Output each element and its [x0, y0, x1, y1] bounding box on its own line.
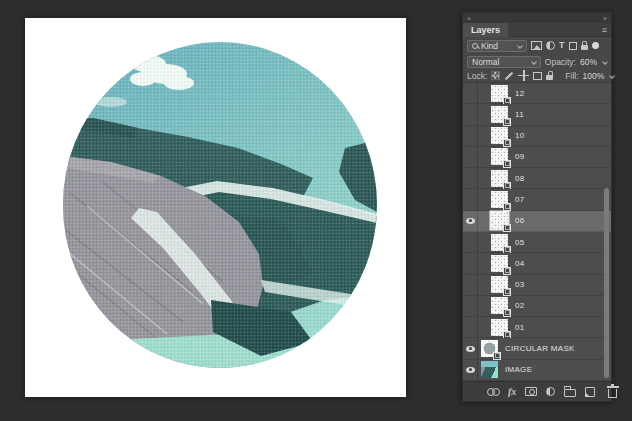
layer-thumbnail[interactable]: [491, 85, 508, 102]
layer-thumbnail[interactable]: [491, 191, 508, 208]
visibility-toggle[interactable]: [463, 83, 478, 103]
layer-thumbnail[interactable]: [491, 297, 508, 314]
scrollbar[interactable]: [603, 83, 610, 381]
layer-thumbnail[interactable]: [491, 212, 508, 229]
layer-name[interactable]: 08: [515, 174, 525, 183]
lock-paint-icon[interactable]: [505, 71, 513, 79]
visibility-toggle[interactable]: [463, 338, 478, 358]
layer-name[interactable]: 01: [515, 323, 525, 332]
layer-name[interactable]: 11: [515, 110, 524, 119]
visibility-toggle[interactable]: [463, 360, 478, 380]
layer-thumbnail[interactable]: [491, 319, 508, 336]
layer-row[interactable]: 08: [463, 168, 611, 189]
layer-name[interactable]: 02: [515, 301, 525, 310]
filter-toggle-icon[interactable]: [592, 42, 599, 49]
layer-row[interactable]: 09: [463, 147, 611, 168]
chevron-down-icon[interactable]: [602, 59, 608, 65]
tab-layers[interactable]: Layers: [463, 23, 508, 37]
new-layer-icon[interactable]: [585, 387, 595, 397]
layer-name[interactable]: 12: [515, 89, 525, 98]
new-adjustment-layer-icon[interactable]: [546, 387, 555, 396]
adjustment-layer-filter-icon[interactable]: [546, 41, 555, 50]
layer-list: 12 11 10 09 08 07 06 05 04 03 02 01 CIRC…: [463, 83, 611, 381]
layer-thumbnail[interactable]: [491, 106, 508, 123]
layer-thumbnail[interactable]: [481, 361, 498, 378]
layer-row[interactable]: 07: [463, 189, 611, 210]
filter-kind-select[interactable]: Kind: [467, 40, 527, 52]
layer-style-fx-icon[interactable]: fx: [508, 387, 516, 397]
layer-thumbnail[interactable]: [481, 340, 498, 357]
layer-name[interactable]: 04: [515, 259, 525, 268]
layer-row[interactable]: 02: [463, 296, 611, 317]
eye-icon: [466, 218, 475, 224]
visibility-toggle[interactable]: [463, 168, 478, 188]
chevron-down-icon: [517, 43, 523, 49]
chevron-down-icon[interactable]: [609, 73, 615, 79]
scrollbar-thumb[interactable]: [604, 188, 609, 378]
visibility-toggle[interactable]: [463, 189, 478, 209]
layer-row[interactable]: CIRCULAR MASK: [463, 338, 611, 359]
visibility-toggle[interactable]: [463, 317, 478, 337]
layer-name[interactable]: 06: [515, 216, 525, 225]
visibility-toggle[interactable]: [463, 253, 478, 273]
blend-mode-select[interactable]: Normal: [467, 56, 541, 68]
lock-transparency-icon[interactable]: [491, 71, 500, 80]
layer-thumbnail[interactable]: [491, 255, 508, 272]
filter-kind-label: Kind: [481, 41, 498, 51]
layer-row[interactable]: 12: [463, 83, 611, 104]
layer-row[interactable]: IMAGE: [463, 360, 611, 381]
delete-layer-icon[interactable]: [608, 389, 617, 398]
opacity-value[interactable]: 60%: [580, 57, 597, 67]
layer-thumbnail[interactable]: [491, 276, 508, 293]
add-layer-mask-icon[interactable]: [525, 387, 537, 396]
layer-row[interactable]: 01: [463, 317, 611, 338]
layer-name[interactable]: 10: [515, 131, 525, 140]
layer-name[interactable]: 07: [515, 195, 525, 204]
layer-row[interactable]: 04: [463, 253, 611, 274]
layer-row[interactable]: 11: [463, 104, 611, 125]
visibility-toggle[interactable]: [463, 126, 478, 146]
new-group-icon[interactable]: [564, 389, 576, 397]
visibility-toggle[interactable]: [463, 147, 478, 167]
blend-row: Normal Opacity: 60%: [463, 54, 611, 69]
search-icon: [472, 43, 478, 49]
visibility-toggle[interactable]: [463, 211, 478, 231]
collapse-panel-icon[interactable]: »: [603, 14, 607, 23]
layer-name[interactable]: 09: [515, 152, 525, 161]
panel-titlebar: × »: [463, 13, 611, 23]
layer-name[interactable]: IMAGE: [505, 365, 532, 374]
layer-name[interactable]: CIRCULAR MASK: [505, 344, 575, 353]
visibility-toggle[interactable]: [463, 232, 478, 252]
photoshop-workspace: × » Layers ≡ Kind T Normal Opaci: [0, 0, 632, 421]
layer-row[interactable]: 03: [463, 275, 611, 296]
lock-row: Lock: Fill: 100%: [463, 69, 611, 83]
document-canvas[interactable]: [25, 18, 406, 397]
type-layer-filter-icon[interactable]: T: [559, 41, 565, 50]
panel-menu-icon[interactable]: ≡: [602, 25, 607, 35]
opacity-label: Opacity:: [545, 57, 576, 67]
visibility-toggle[interactable]: [463, 296, 478, 316]
close-icon[interactable]: ×: [467, 14, 471, 23]
visibility-toggle[interactable]: [463, 104, 478, 124]
layer-thumbnail[interactable]: [491, 148, 508, 165]
layer-thumbnail[interactable]: [491, 234, 508, 251]
link-layers-icon[interactable]: [487, 388, 499, 395]
layer-name[interactable]: 03: [515, 280, 525, 289]
visibility-toggle[interactable]: [463, 275, 478, 295]
smart-object-filter-icon[interactable]: [581, 45, 588, 50]
layer-row[interactable]: 05: [463, 232, 611, 253]
layer-thumbnail[interactable]: [491, 127, 508, 144]
lock-artboard-icon[interactable]: [533, 72, 542, 80]
halftone-circle-artwork: [63, 42, 377, 368]
layer-row[interactable]: 06: [463, 211, 611, 232]
layer-row[interactable]: 10: [463, 126, 611, 147]
lock-all-icon[interactable]: [546, 75, 553, 80]
fill-value[interactable]: 100%: [583, 71, 605, 81]
layer-thumbnail[interactable]: [491, 170, 508, 187]
lock-position-icon[interactable]: [518, 70, 529, 81]
shape-layer-filter-icon[interactable]: [569, 42, 577, 50]
pixel-layer-filter-icon[interactable]: [531, 41, 542, 50]
layer-name[interactable]: 05: [515, 238, 525, 247]
blend-mode-value: Normal: [472, 57, 499, 67]
chevron-down-icon: [531, 59, 537, 65]
